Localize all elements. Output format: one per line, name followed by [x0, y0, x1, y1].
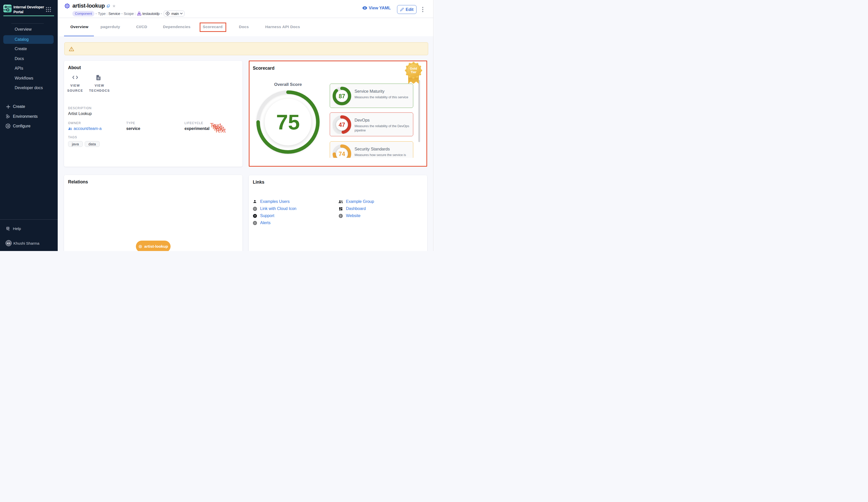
svg-text:Tier: Tier — [411, 70, 416, 74]
svg-text:?: ? — [254, 214, 256, 217]
svg-text:?: ? — [7, 227, 9, 230]
svg-text:Gold: Gold — [410, 67, 417, 70]
